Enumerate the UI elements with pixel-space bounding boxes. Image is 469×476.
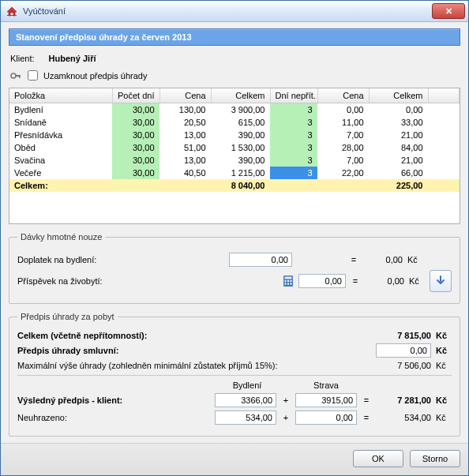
housing-supplement-input[interactable]	[229, 253, 292, 267]
cell-absence-price: 28,00	[317, 141, 369, 154]
cell-absence-days[interactable]: 3	[270, 167, 317, 179]
table-row[interactable]: Oběd30,0051,001 530,00328,0084,00	[9, 141, 460, 154]
cell-absence-total: 84,00	[369, 141, 428, 154]
key-icon	[10, 70, 21, 81]
housing-supplement-label: Doplatek na bydlení:	[17, 255, 152, 264]
divider	[17, 375, 452, 376]
currency-label: Kč	[407, 255, 423, 264]
svg-rect-8	[287, 280, 289, 282]
grid-header-spacer	[428, 88, 460, 103]
cell-total: 1 215,00	[211, 167, 270, 179]
cancel-button[interactable]: Storno	[410, 450, 460, 467]
svg-rect-11	[287, 283, 289, 285]
cell-price: 13,00	[159, 154, 211, 167]
dialog-footer: OK Storno	[1, 443, 468, 475]
cell-total: 390,00	[211, 154, 270, 167]
max-payment-label: Maximální výše úhrady (zohledněn minimál…	[17, 361, 278, 370]
cell-absence-total: 33,00	[369, 116, 428, 129]
cell-absence-price: 7,00	[317, 129, 369, 141]
contractual-prescription-label: Předpis úhrady smluvní:	[17, 346, 118, 355]
unpaid-total-value: 534,00	[376, 413, 431, 422]
titlebar[interactable]: Vyúčtování ✕	[1, 1, 468, 22]
plus-sign: +	[281, 413, 291, 422]
items-grid[interactable]: Položka Počet dní Cena Celkem Dní nepřít…	[9, 88, 460, 224]
grid-header[interactable]: Cena	[159, 88, 211, 103]
final-food-input[interactable]	[295, 393, 357, 407]
cell-absence-days[interactable]: 3	[270, 129, 317, 141]
cell-days[interactable]: 30,00	[112, 116, 159, 129]
lock-row: Uzamknout předpis úhrady	[9, 68, 460, 88]
total-sum: 8 040,00	[211, 179, 270, 192]
equals-sign: =	[362, 395, 371, 405]
cell-price: 40,50	[159, 167, 211, 179]
table-row[interactable]: Snídaně30,0020,50615,00311,0033,00	[9, 116, 460, 129]
cell-absence-total: 21,00	[369, 129, 428, 141]
final-prescription-label: Výsledný předpis - klient:	[17, 395, 122, 405]
subsistence-allowance-label: Příspěvek na živobytí:	[17, 276, 152, 286]
ok-button[interactable]: OK	[353, 450, 403, 467]
cell-item: Přesnídávka	[9, 129, 112, 141]
currency-label: Kč	[436, 361, 452, 370]
currency-label: Kč	[436, 413, 452, 422]
col-header-food: Strava	[295, 380, 357, 390]
svg-rect-9	[291, 280, 292, 282]
client-label: Klient:	[10, 54, 35, 63]
grid-header[interactable]: Dní nepřít.	[270, 88, 317, 103]
subsistence-allowance-input[interactable]	[298, 274, 346, 288]
table-row[interactable]: Bydlení30,00130,003 900,0030,000,00	[9, 103, 460, 117]
cell-days[interactable]: 30,00	[112, 103, 159, 117]
grid-header[interactable]: Cena	[317, 88, 369, 103]
svg-rect-12	[291, 283, 292, 285]
contractual-prescription-input[interactable]	[376, 343, 431, 358]
cell-absence-days[interactable]: 3	[270, 141, 317, 154]
final-housing-input[interactable]	[215, 393, 276, 407]
grid-header[interactable]: Celkem	[369, 88, 428, 103]
cell-days[interactable]: 30,00	[112, 154, 159, 167]
apply-down-button[interactable]	[430, 270, 452, 292]
lock-label: Uzamknout předpis úhrady	[43, 71, 147, 81]
currency-label: Kč	[436, 346, 452, 355]
total-incl-absence-label: Celkem (včetně nepřítomností):	[17, 331, 147, 340]
equals-sign: =	[362, 413, 371, 422]
cell-days[interactable]: 30,00	[112, 167, 159, 179]
table-row[interactable]: Svačina30,0013,00390,0037,0021,00	[9, 154, 460, 167]
cell-days[interactable]: 30,00	[112, 129, 159, 141]
close-button[interactable]: ✕	[432, 3, 465, 19]
arrow-down-icon	[435, 275, 446, 287]
window-title: Vyúčtování	[23, 6, 432, 16]
payment-prescription-group: Předpis úhrady za pobyt Celkem (včetně n…	[9, 312, 460, 437]
table-row[interactable]: Přesnídávka30,0013,00390,0037,0021,00	[9, 129, 460, 141]
cell-days[interactable]: 30,00	[112, 141, 159, 154]
plus-sign: +	[281, 395, 291, 405]
cell-item: Snídaně	[9, 116, 112, 129]
unpaid-food-input[interactable]	[295, 410, 357, 425]
cell-item: Bydlení	[9, 103, 112, 117]
currency-label: Kč	[409, 276, 425, 286]
grid-header[interactable]: Položka	[9, 88, 112, 103]
table-row[interactable]: Večeře30,0040,501 215,00322,0066,00	[9, 167, 460, 179]
calculator-icon[interactable]	[283, 275, 294, 287]
subsistence-allowance-output: 0,00	[365, 276, 404, 286]
col-header-housing: Bydlení	[216, 380, 278, 390]
equals-sign: =	[351, 276, 360, 286]
unpaid-housing-input[interactable]	[215, 410, 276, 425]
svg-rect-6	[285, 277, 292, 279]
lock-checkbox[interactable]	[28, 70, 38, 81]
grid-header[interactable]: Počet dní	[112, 88, 159, 103]
close-icon: ✕	[445, 6, 452, 17]
table-total-row: Celkem:8 040,00225,00	[9, 179, 460, 192]
cell-total: 390,00	[211, 129, 270, 141]
final-total-value: 7 281,00	[376, 395, 431, 405]
cell-absence-days[interactable]: 3	[270, 116, 317, 129]
cell-total: 615,00	[211, 116, 270, 129]
cell-absence-days[interactable]: 3	[270, 103, 317, 117]
max-payment-value: 7 506,00	[376, 361, 431, 370]
cell-price: 20,50	[159, 116, 211, 129]
grid-header-row: Položka Počet dní Cena Celkem Dní nepřít…	[9, 88, 460, 103]
svg-rect-3	[15, 75, 21, 77]
cell-absence-total: 66,00	[369, 167, 428, 179]
cell-price: 51,00	[159, 141, 211, 154]
cell-absence-total: 21,00	[369, 154, 428, 167]
cell-absence-days[interactable]: 3	[270, 154, 317, 167]
grid-header[interactable]: Celkem	[211, 88, 270, 103]
